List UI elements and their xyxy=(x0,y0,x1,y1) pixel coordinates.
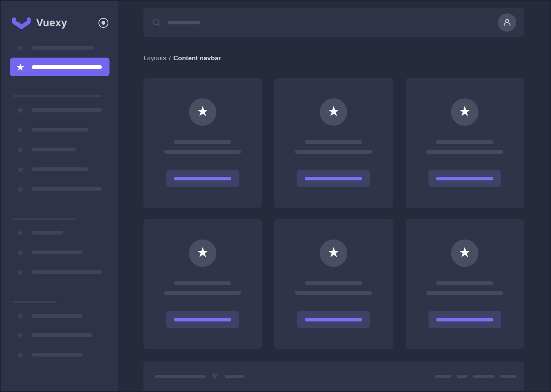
star-icon: ★ xyxy=(197,104,209,118)
star-badge: ★ xyxy=(320,98,347,126)
star-icon: ★ xyxy=(16,61,26,73)
menu-label-placeholder xyxy=(32,108,102,112)
brand-title: Vuexy xyxy=(36,17,67,29)
sidebar-item[interactable]: ★ xyxy=(1,310,118,321)
search-icon xyxy=(153,18,161,27)
card-action-button[interactable] xyxy=(166,311,239,328)
card-action-button[interactable] xyxy=(297,311,370,328)
card-title-placeholder xyxy=(305,140,362,144)
card-action-button[interactable] xyxy=(297,170,370,187)
vuexy-logo-icon[interactable] xyxy=(11,17,31,29)
sidebar-item[interactable]: ★ xyxy=(1,144,118,155)
sidebar-header: Vuexy xyxy=(1,1,118,31)
menu-label-placeholder xyxy=(32,46,94,50)
card-subtitle-placeholder xyxy=(164,150,241,154)
footer-text-placeholder xyxy=(155,375,206,378)
star-icon: ★ xyxy=(16,247,26,258)
feature-card: ★ xyxy=(406,78,524,208)
menu-label-placeholder xyxy=(32,314,82,318)
search-placeholder-bar xyxy=(168,21,200,24)
footer-link-placeholder xyxy=(457,375,467,378)
user-avatar[interactable] xyxy=(498,13,516,32)
card-grid: ★ ★ ★ xyxy=(143,78,524,349)
card-title-placeholder xyxy=(436,281,493,285)
menu-label-placeholder xyxy=(32,65,102,69)
sidebar-item[interactable]: ★ xyxy=(1,42,118,53)
sidebar-item[interactable]: ★ xyxy=(1,183,118,195)
star-icon: ★ xyxy=(16,124,26,135)
sidebar-item-active[interactable]: ★ xyxy=(10,58,110,76)
breadcrumb-separator: / xyxy=(169,55,171,62)
card-title-placeholder xyxy=(174,281,231,285)
main-content: Layouts/Content navbar ★ ★ xyxy=(118,1,550,391)
star-badge: ★ xyxy=(189,98,216,126)
sidebar-section-placeholder xyxy=(13,218,76,220)
menu-pin-toggle-icon[interactable] xyxy=(98,18,108,28)
footer-bar: ♥ xyxy=(143,361,524,392)
footer-link-placeholder xyxy=(500,375,516,378)
star-icon: ★ xyxy=(327,104,340,118)
sidebar-menu: ★ ★ ★ ★ ★ ★ xyxy=(1,42,118,360)
feature-card: ★ xyxy=(274,78,393,208)
feature-card: ★ xyxy=(274,219,393,349)
star-icon: ★ xyxy=(327,246,340,259)
menu-label-placeholder xyxy=(32,251,82,254)
star-icon: ★ xyxy=(16,42,26,53)
feature-card: ★ xyxy=(143,219,262,349)
app-frame: Vuexy ★ ★ ★ ★ ★ xyxy=(0,0,551,392)
sidebar-section-placeholder xyxy=(13,95,102,97)
star-icon: ★ xyxy=(16,349,26,360)
star-icon: ★ xyxy=(16,329,26,341)
star-icon: ★ xyxy=(16,267,26,278)
footer-links xyxy=(435,375,516,378)
card-action-button[interactable] xyxy=(429,170,501,187)
menu-label-placeholder xyxy=(32,128,89,132)
sidebar-item[interactable]: ★ xyxy=(1,104,118,116)
breadcrumb: Layouts/Content navbar xyxy=(143,55,524,62)
card-title-placeholder xyxy=(174,140,231,144)
sidebar-item[interactable]: ★ xyxy=(1,164,118,175)
star-icon: ★ xyxy=(16,144,26,155)
card-title-placeholder xyxy=(305,281,362,285)
menu-label-placeholder xyxy=(32,187,102,191)
sidebar-item[interactable]: ★ xyxy=(1,227,118,238)
star-icon: ★ xyxy=(16,104,26,116)
feature-card: ★ xyxy=(143,78,262,208)
card-title-placeholder xyxy=(436,140,493,144)
star-icon: ★ xyxy=(459,246,471,259)
sidebar: Vuexy ★ ★ ★ ★ ★ xyxy=(1,1,118,391)
star-icon: ★ xyxy=(197,246,209,259)
menu-label-placeholder xyxy=(32,270,102,274)
sidebar-item[interactable]: ★ xyxy=(1,267,118,278)
button-label-placeholder xyxy=(305,177,362,180)
sidebar-item[interactable]: ★ xyxy=(1,349,118,360)
star-icon: ★ xyxy=(16,227,26,238)
menu-label-placeholder xyxy=(32,231,63,235)
heart-icon: ♥ xyxy=(211,370,218,382)
footer-link-placeholder xyxy=(435,375,451,378)
card-subtitle-placeholder xyxy=(426,291,503,295)
star-badge: ★ xyxy=(451,98,478,126)
button-label-placeholder xyxy=(305,318,362,321)
star-icon: ★ xyxy=(16,164,26,175)
menu-label-placeholder xyxy=(32,148,76,151)
sidebar-item[interactable]: ★ xyxy=(1,124,118,135)
menu-label-placeholder xyxy=(32,167,89,171)
page-title: Content navbar xyxy=(173,55,221,62)
sidebar-item[interactable]: ★ xyxy=(1,329,118,341)
search-input[interactable] xyxy=(153,18,498,27)
breadcrumb-section-link[interactable]: Layouts xyxy=(143,55,166,62)
button-label-placeholder xyxy=(174,318,231,321)
star-badge: ★ xyxy=(451,239,478,267)
card-action-button[interactable] xyxy=(166,170,239,187)
star-icon: ★ xyxy=(459,104,471,118)
top-navbar xyxy=(143,8,524,37)
card-action-button[interactable] xyxy=(429,311,501,328)
card-subtitle-placeholder xyxy=(164,291,241,295)
star-icon: ★ xyxy=(16,183,26,195)
card-subtitle-placeholder xyxy=(295,150,372,154)
star-icon: ★ xyxy=(16,310,26,321)
button-label-placeholder xyxy=(436,177,493,180)
menu-label-placeholder xyxy=(32,333,92,337)
sidebar-item[interactable]: ★ xyxy=(1,247,118,258)
